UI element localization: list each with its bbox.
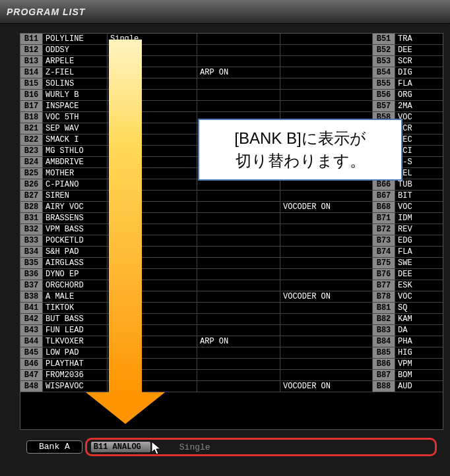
program-row[interactable]: B42BUT BASSSingleB82KAM [20, 314, 443, 325]
program-name-right: EDG [395, 235, 435, 246]
program-slot: B27 [20, 191, 43, 201]
program-row[interactable]: B13ARPELESingleB53SCR [20, 56, 443, 67]
program-type: Single [108, 235, 197, 246]
program-extra2 [280, 235, 373, 246]
program-extra [197, 235, 280, 246]
program-name-right: VPM [395, 359, 435, 369]
program-row[interactable]: B45LOW PADSingleB85HIG [20, 347, 443, 359]
program-extra [197, 269, 280, 280]
program-slot: B28 [20, 202, 43, 212]
program-slot: B46 [20, 359, 43, 369]
program-type: Single [108, 56, 197, 67]
program-slot-right: B87 [373, 370, 395, 380]
program-row[interactable]: B14Z-FIELSingleARP ONB54DIG [20, 67, 443, 78]
program-extra [197, 224, 280, 235]
program-name: SIREN [43, 191, 108, 201]
program-type: Single [108, 336, 197, 347]
program-row[interactable]: B26C-PIANOSingleB66TUB [20, 179, 443, 191]
selected-program-area[interactable]: B11 ANALOG Single [85, 438, 437, 456]
program-row[interactable]: B34S&H PADMultiB74FLA [20, 247, 443, 258]
program-row[interactable]: B12ODDSYSingleB52DEE [20, 45, 443, 56]
program-name: BRASSENS [43, 213, 108, 223]
program-name: VOC 5TH [43, 112, 108, 123]
program-slot: B13 [20, 56, 43, 67]
program-slot: B14 [20, 67, 43, 78]
program-extra [197, 314, 280, 324]
program-name: ORGCHORD [43, 280, 108, 291]
program-row[interactable]: B44TLKVOXERSingleARP ONB84PHA [20, 336, 443, 347]
program-slot: B41 [20, 303, 43, 313]
program-row[interactable]: B38A MALESingleVOCODER ONB78VOC [20, 291, 443, 303]
program-type: Single [108, 202, 197, 212]
program-name: POLYLINE [43, 34, 108, 44]
program-row[interactable]: B46PLAYTHATSingleB86VPM [20, 359, 443, 370]
program-row[interactable]: B37ORGCHORDLayerB77ESK [20, 280, 443, 291]
program-name-right: REV [395, 224, 435, 235]
program-slot: B18 [20, 112, 43, 123]
program-row[interactable]: B17INSPACELayerB572MA [20, 101, 443, 112]
program-row[interactable]: B43FUN LEADSingleB83DA [20, 325, 443, 336]
program-slot: B11 [20, 34, 43, 44]
program-slot-right: B71 [373, 213, 395, 223]
program-name-right: DEE [395, 269, 435, 280]
program-row[interactable]: B36DYNO EPSingleB76DEE [20, 269, 443, 280]
program-type: Single [108, 34, 197, 44]
program-name: ARPELE [43, 56, 108, 67]
program-name: DYNO EP [43, 269, 108, 280]
program-extra: ARP ON [197, 67, 280, 78]
program-extra2 [280, 56, 373, 67]
program-name: PLAYTHAT [43, 359, 108, 369]
program-slot: B17 [20, 101, 43, 111]
program-slot: B47 [20, 370, 43, 380]
program-type: Single [108, 269, 197, 280]
program-extra2 [280, 247, 373, 257]
program-name: LOW PAD [43, 347, 108, 358]
program-slot-right: B82 [373, 314, 395, 324]
program-extra [197, 280, 280, 291]
program-slot-right: B66 [373, 179, 395, 190]
program-row[interactable]: B31BRASSENSSingleB71IDM [20, 213, 443, 224]
program-slot: B25 [20, 168, 43, 179]
program-slot: B42 [20, 314, 43, 324]
program-name: VPM BASS [43, 224, 108, 235]
program-row[interactable]: B15SOLINSMultiB55FLA [20, 78, 443, 90]
program-extra2 [280, 67, 373, 78]
program-name: ODDSY [43, 45, 108, 55]
program-type: Multi [108, 258, 197, 268]
program-extra2 [280, 347, 373, 358]
program-row[interactable]: B47FROM2036SingleB87BOM [20, 370, 443, 381]
program-name: AMBDRIVE [43, 157, 108, 167]
program-row[interactable]: B28AIRY VOCSingleVOCODER ONB68VOC [20, 202, 443, 213]
program-extra2 [280, 191, 373, 201]
program-row[interactable]: B41TIKTOKSingleB81SQ [20, 303, 443, 314]
program-row[interactable]: B16WURLY BSingleB56ORG [20, 90, 443, 101]
program-type: Single [108, 168, 197, 179]
program-extra [197, 291, 280, 302]
program-row[interactable]: B35AIRGLASSMultiB75SWE [20, 258, 443, 269]
program-row[interactable]: B32VPM BASSSingleB72REV [20, 224, 443, 235]
program-row[interactable]: B48WISPAVOCSingleVOCODER ONB88AUD [20, 381, 443, 392]
program-extra2 [280, 34, 373, 44]
program-name-right: DEE [395, 45, 435, 55]
program-row[interactable]: B33POCKETLDSingleB73EDG [20, 235, 443, 247]
program-slot: B33 [20, 235, 43, 246]
program-name-right: DIG [395, 67, 435, 78]
program-name-right: HIG [395, 347, 435, 358]
program-slot: B45 [20, 347, 43, 358]
program-type: Single [108, 67, 197, 78]
program-name-right: AUD [395, 381, 435, 392]
program-slot: B44 [20, 336, 43, 347]
program-slot-right: B85 [373, 347, 395, 358]
program-name: TIKTOK [43, 303, 108, 313]
program-slot-right: B75 [373, 258, 395, 268]
program-name-right: FLA [395, 78, 435, 89]
program-row[interactable]: B27SIRENSingleB67BIT [20, 191, 443, 202]
program-slot: B48 [20, 381, 43, 392]
program-slot: B16 [20, 90, 43, 100]
bank-a-button[interactable]: Bank A [26, 440, 82, 454]
program-type: Layer [108, 280, 197, 291]
program-slot-right: B88 [373, 381, 395, 392]
program-extra2 [280, 90, 373, 100]
program-slot: B37 [20, 280, 43, 291]
program-row[interactable]: B11POLYLINESingleB51TRA [20, 34, 443, 45]
